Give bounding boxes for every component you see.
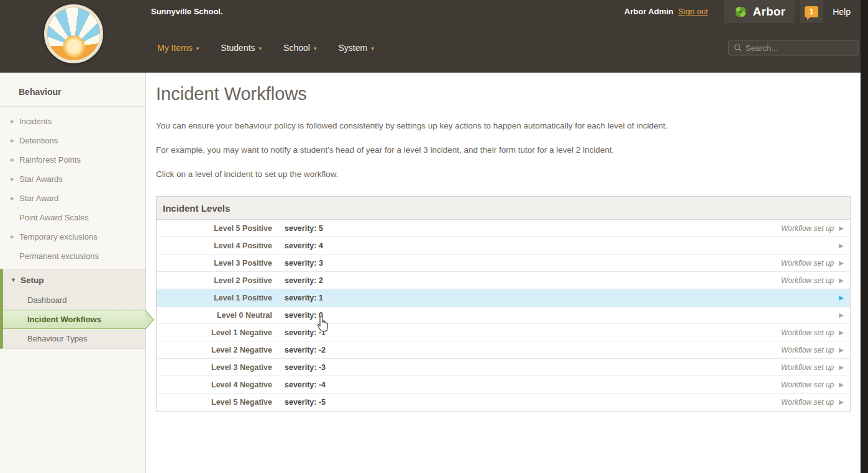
row-arrow-icon: ▶ <box>839 364 844 371</box>
incident-level-row[interactable]: Level 2 Positive severity: 2 Workflow se… <box>157 272 850 289</box>
arbor-brand-label: Arbor <box>752 5 785 19</box>
sidebar-item[interactable]: ▶ Star Awards <box>0 169 145 189</box>
main-nav: My Items ▾ Students ▾ School ▾ System ▾ <box>0 23 861 73</box>
level-name: Level 3 Negative <box>157 363 272 372</box>
row-right: Workflow set up ▶ <box>781 224 844 233</box>
incident-level-row[interactable]: Level 0 Neutral severity: 0 ▶ <box>157 307 850 324</box>
level-name: Level 5 Positive <box>157 224 272 233</box>
sidebar-item[interactable]: ▶ Permanent exclusions <box>0 246 145 266</box>
level-name: Level 0 Neutral <box>157 311 272 320</box>
nav-item-label: School <box>283 43 310 53</box>
incident-level-row[interactable]: Level 5 Negative severity: -5 Workflow s… <box>157 394 850 411</box>
sidebar-item-label: Temporary exclusions <box>19 232 98 241</box>
sidebar-item-setup[interactable]: ▼ Setup <box>3 269 145 291</box>
panel-header: Incident Levels <box>157 197 850 220</box>
setup-subitem[interactable]: Behaviour Types <box>3 329 145 348</box>
level-name: Level 4 Positive <box>157 241 272 250</box>
row-arrow-icon: ▶ <box>839 399 844 405</box>
workflow-status: Workflow set up <box>781 224 834 233</box>
row-arrow-icon: ▶ <box>839 260 844 266</box>
header-right: Arbor Admin Sign out Arbor 1 Help <box>624 0 861 23</box>
row-right: Workflow set up ▶ <box>781 259 844 268</box>
incident-level-row[interactable]: Level 1 Negative severity: -1 Workflow s… <box>157 324 850 341</box>
workflow-status: Workflow set up <box>781 346 834 354</box>
row-right: Workflow set up ▶ <box>781 346 844 354</box>
sidebar-item-label: Point Award Scales <box>19 213 89 222</box>
incident-level-row[interactable]: Level 1 Positive severity: 1 ▶ <box>157 289 850 307</box>
level-severity: severity: 5 <box>285 224 323 233</box>
intro-paragraph-3: Click on a level of incident to set up t… <box>156 169 851 179</box>
row-arrow-icon: ▶ <box>839 277 844 284</box>
workflow-status: Workflow set up <box>781 328 834 337</box>
sidebar-item[interactable]: ▶ Detentions <box>0 131 145 150</box>
chevron-right-icon: ▶ <box>11 119 19 124</box>
level-severity: severity: -3 <box>285 363 326 372</box>
nav-menu-item[interactable]: System ▾ <box>338 43 373 53</box>
sidebar-item-label: Detentions <box>19 136 58 145</box>
search-box <box>728 40 859 56</box>
nav-menu-item[interactable]: School ▾ <box>283 43 316 53</box>
chevron-right-icon: ▶ <box>11 176 19 182</box>
workflow-status: Workflow set up <box>781 398 834 407</box>
setup-subitem[interactable]: Incident Workflows <box>3 310 145 329</box>
row-arrow-icon: ▶ <box>839 295 844 301</box>
row-right: Workflow set up ▶ <box>781 398 844 407</box>
incident-level-row[interactable]: Level 4 Negative severity: -4 Workflow s… <box>157 376 850 394</box>
notification-badge: 1 <box>805 6 818 17</box>
level-name: Level 5 Negative <box>157 398 272 407</box>
school-name: Sunnyville School. <box>151 7 223 16</box>
search-input[interactable] <box>746 43 855 53</box>
sidebar: Behaviour ▶ Incidents ▶ Detentions ▶ Rai… <box>0 73 146 473</box>
sidebar-item[interactable]: ▶ Star Award <box>0 189 145 208</box>
row-right: Workflow set up ▶ <box>781 381 844 389</box>
setup-subitem-label: Behaviour Types <box>27 334 88 343</box>
nav-item-label: My Items <box>157 43 193 53</box>
notifications-button[interactable]: 1 <box>800 0 823 23</box>
sidebar-list: ▶ Incidents ▶ Detentions ▶ Rainforest Po… <box>0 107 145 266</box>
sidebar-item[interactable]: ▶ Temporary exclusions <box>0 227 145 246</box>
row-right: ▶ <box>834 312 844 318</box>
chevron-down-icon: ▼ <box>11 277 16 283</box>
main-content: Incident Workflows You can ensure your b… <box>146 73 861 473</box>
level-severity: severity: -4 <box>285 381 326 389</box>
sidebar-item[interactable]: ▶ Point Award Scales <box>0 208 145 227</box>
search-icon <box>734 44 742 52</box>
incident-level-row[interactable]: Level 3 Negative severity: -3 Workflow s… <box>157 359 850 376</box>
sidebar-item[interactable]: ▶ Rainforest Points <box>0 150 145 169</box>
level-severity: severity: 3 <box>285 259 323 268</box>
level-severity: severity: 0 <box>285 311 323 320</box>
incident-level-row[interactable]: Level 2 Negative severity: -2 Workflow s… <box>157 341 850 359</box>
chevron-right-icon: ▶ <box>11 138 19 143</box>
workflow-status: Workflow set up <box>781 381 834 389</box>
app-header: Sunnyville School. Arbor Admin Sign out … <box>0 0 861 73</box>
chevron-right-icon: ▶ <box>11 157 19 163</box>
caret-down-icon: ▾ <box>259 44 262 52</box>
incident-levels-body: Level 5 Positive severity: 5 Workflow se… <box>157 220 850 411</box>
setup-subitem[interactable]: Dashboard <box>3 291 145 310</box>
row-right: ▶ <box>834 243 844 249</box>
incident-level-row[interactable]: Level 5 Positive severity: 5 Workflow se… <box>157 220 850 237</box>
sidebar-item-label: Star Award <box>19 194 58 203</box>
workflow-status: Workflow set up <box>781 363 834 372</box>
nav-menu: My Items ▾ Students ▾ School ▾ System ▾ <box>157 23 374 73</box>
incident-levels-panel: Incident Levels Level 5 Positive severit… <box>156 196 851 412</box>
nav-menu-item[interactable]: Students ▾ <box>221 43 262 53</box>
incident-level-row[interactable]: Level 4 Positive severity: 4 ▶ <box>157 237 850 255</box>
level-severity: severity: -5 <box>285 398 326 407</box>
sidebar-item[interactable]: ▶ Incidents <box>0 112 145 131</box>
workflow-status: Workflow set up <box>781 276 834 285</box>
nav-item-label: System <box>338 43 367 53</box>
help-link[interactable]: Help <box>833 7 851 17</box>
setup-section: ▼ Setup Dashboard Incident Workflows Beh… <box>0 269 145 349</box>
scrollbar[interactable] <box>861 0 868 473</box>
nav-menu-item[interactable]: My Items ▾ <box>157 43 199 53</box>
arbor-leaf-icon <box>734 5 747 19</box>
caret-down-icon: ▾ <box>314 44 317 52</box>
level-name: Level 1 Negative <box>157 328 272 337</box>
level-name: Level 3 Positive <box>157 259 272 268</box>
incident-level-row[interactable]: Level 3 Positive severity: 3 Workflow se… <box>157 255 850 272</box>
arbor-brand-button[interactable]: Arbor <box>724 0 795 23</box>
sign-out-link[interactable]: Sign out <box>678 7 708 16</box>
sidebar-item-label: Incidents <box>19 117 52 126</box>
row-right: Workflow set up ▶ <box>781 328 844 337</box>
